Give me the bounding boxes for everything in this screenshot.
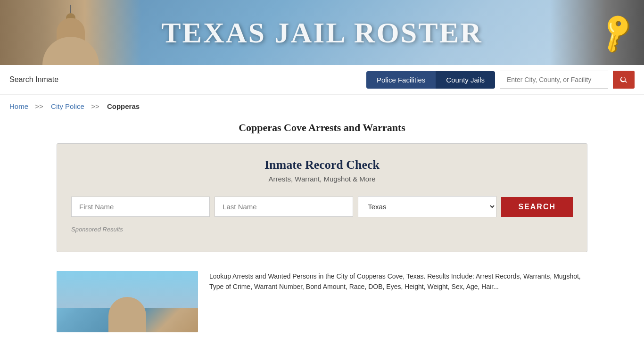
capitol-dome	[42, 13, 99, 65]
police-facilities-button[interactable]: Police Facilities	[366, 71, 436, 89]
bottom-image-dome	[108, 297, 146, 332]
bottom-description: Lookup Arrests and Wanted Persons in the…	[209, 271, 587, 292]
search-icon	[619, 75, 628, 84]
header-banner: Texas Jail Roster 🔑	[0, 0, 644, 65]
breadcrumb-home[interactable]: Home	[9, 102, 28, 110]
key-icon: 🔑	[593, 9, 640, 56]
bottom-image	[57, 271, 198, 332]
dome-base	[42, 37, 99, 65]
jail-key-image: 🔑	[550, 0, 644, 65]
record-check-title: Inmate Record Check	[71, 158, 573, 172]
breadcrumb-sep-2: >>	[89, 102, 99, 110]
page-title: Copperas Cove Arrests and Warrants	[0, 115, 644, 143]
inmate-search-button[interactable]: SEARCH	[501, 197, 573, 217]
sponsored-label: Sponsored Results	[71, 226, 573, 233]
breadcrumb: Home >> City Police >> Copperas	[0, 95, 644, 115]
facility-search-button[interactable]	[613, 71, 635, 89]
capitol-image	[0, 0, 141, 65]
dome-flag	[70, 5, 71, 14]
nav-bar: Search Inmate Police Facilities County J…	[0, 65, 644, 95]
site-title: Texas Jail Roster	[161, 16, 483, 49]
breadcrumb-current: Copperas	[107, 102, 140, 110]
county-jails-button[interactable]: County Jails	[436, 71, 495, 89]
nav-buttons: Police Facilities County Jails	[366, 71, 495, 89]
record-check-box: Inmate Record Check Arrests, Warrant, Mu…	[57, 143, 587, 252]
search-inmate-label: Search Inmate	[9, 75, 362, 84]
state-select[interactable]: AlabamaAlaskaArizonaArkansasCaliforniaCo…	[358, 196, 496, 217]
breadcrumb-city-police[interactable]: City Police	[51, 102, 84, 110]
record-check-subtitle: Arrests, Warrant, Mugshot & More	[71, 175, 573, 183]
inmate-search-form: AlabamaAlaskaArizonaArkansasCaliforniaCo…	[71, 196, 573, 217]
breadcrumb-sep-1: >>	[33, 102, 43, 110]
facility-search-input[interactable]	[500, 71, 608, 89]
last-name-input[interactable]	[215, 197, 353, 217]
bottom-section: Lookup Arrests and Wanted Persons in the…	[0, 262, 644, 342]
first-name-input[interactable]	[71, 197, 210, 217]
